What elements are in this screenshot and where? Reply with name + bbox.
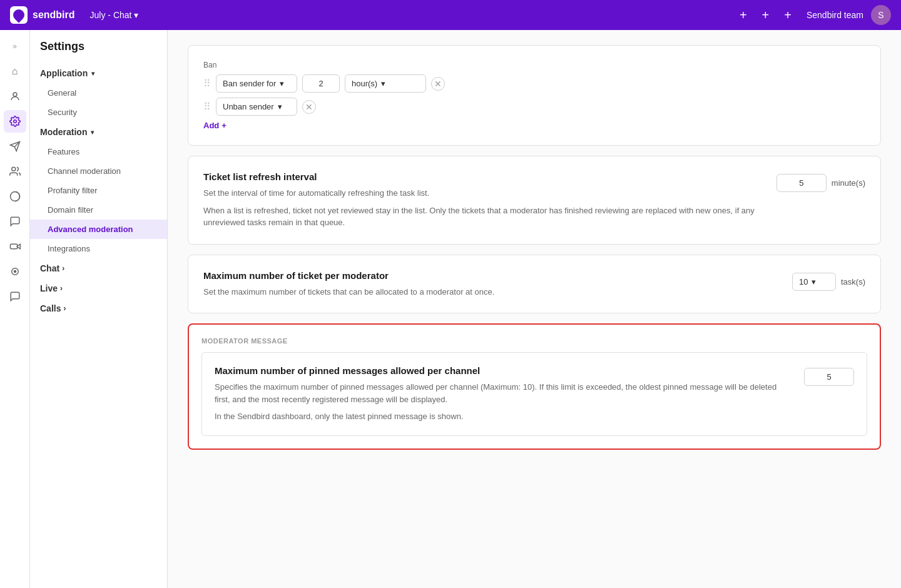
main-content: Ban ⠿ Ban sender for ▾ hour(s) ▾ ✕ ⠿ <box>168 30 901 588</box>
ban-unit-dropdown[interactable]: hour(s) ▾ <box>345 74 426 93</box>
drag-handle-1[interactable]: ⠿ <box>203 78 211 89</box>
nav-item-features[interactable]: Features <box>30 142 167 161</box>
logo-bird-shape <box>11 7 26 23</box>
pinned-messages-card-inner: Maximum number of pinned messages allowe… <box>201 352 867 436</box>
ban-action-dropdown[interactable]: Ban sender for ▾ <box>216 74 297 93</box>
max-tickets-dropdown[interactable]: 10 ▾ <box>792 273 836 291</box>
ban-card: Ban ⠿ Ban sender for ▾ hour(s) ▾ ✕ ⠿ <box>188 45 881 146</box>
add-button-2[interactable]: + <box>757 6 775 25</box>
user-avatar[interactable]: S <box>871 5 891 25</box>
ban-row-2-remove[interactable]: ✕ <box>302 100 316 114</box>
chat-chevron: › <box>62 264 64 273</box>
add-label: Add <box>203 121 219 130</box>
nav-group-application[interactable]: Application ▾ <box>30 63 167 83</box>
max-tickets-unit: task(s) <box>841 277 865 286</box>
ban-unit-chevron: ▾ <box>381 79 385 88</box>
sidebar-expand-button[interactable]: » <box>4 35 26 58</box>
sidebar-icon-chat[interactable] <box>4 210 26 233</box>
chat-label: Chat <box>40 263 59 273</box>
sidebar-icon-pin[interactable] <box>4 260 26 283</box>
sidebar-icon-settings[interactable] <box>4 110 26 133</box>
unban-action-dropdown[interactable]: Unban sender ▾ <box>216 98 297 116</box>
nav-item-security[interactable]: Security <box>30 103 167 122</box>
app-selector[interactable]: July - Chat ▾ <box>85 8 144 23</box>
logo: sendbird <box>10 6 75 24</box>
pinned-messages-input[interactable] <box>804 368 854 386</box>
sidebar-icon-send[interactable] <box>4 135 26 158</box>
application-chevron: ▾ <box>91 70 94 77</box>
ticket-refresh-desc2: When a list is refreshed, ticket not yet… <box>203 205 761 229</box>
nav-live[interactable]: Live › <box>30 278 167 298</box>
pinned-messages-info: Maximum number of pinned messages allowe… <box>215 365 789 423</box>
svg-point-4 <box>11 167 15 171</box>
sidebar-icon-analytics[interactable] <box>4 185 26 208</box>
pinned-messages-title: Maximum number of pinned messages allowe… <box>215 365 789 376</box>
sidebar-icon-home[interactable]: ⌂ <box>4 60 26 83</box>
app-name: July - Chat <box>90 10 132 20</box>
max-tickets-control: 10 ▾ task(s) <box>792 273 865 291</box>
nav-item-domain-filter[interactable]: Domain filter <box>30 200 167 220</box>
unban-action-chevron: ▾ <box>278 102 282 111</box>
nav-item-general[interactable]: General <box>30 83 167 103</box>
max-tickets-card: Maximum number of ticket per moderator S… <box>188 255 881 314</box>
pinned-messages-row: Maximum number of pinned messages allowe… <box>215 365 854 423</box>
logo-text: sendbird <box>33 9 75 21</box>
ticket-refresh-card: Ticket list refresh interval Set the int… <box>188 156 881 245</box>
moderator-message-section-label: Moderator message <box>201 337 867 345</box>
nav-actions: + + + Sendbird team S <box>735 5 891 25</box>
application-label: Application <box>40 68 88 78</box>
ticket-refresh-desc1: Set the interval of time for automatical… <box>203 187 761 200</box>
moderator-message-card: Moderator message Maximum number of pinn… <box>188 323 881 450</box>
logo-icon <box>10 6 28 24</box>
unban-action-label: Unban sender <box>223 102 274 111</box>
nav-item-profanity-filter[interactable]: Profanity filter <box>30 181 167 200</box>
svg-point-9 <box>14 271 16 273</box>
ticket-refresh-control: minute(s) <box>776 174 865 192</box>
ban-duration-input[interactable] <box>302 74 340 93</box>
nav-chat[interactable]: Chat › <box>30 258 167 278</box>
nav-item-channel-moderation[interactable]: Channel moderation <box>30 161 167 181</box>
svg-point-0 <box>13 93 17 96</box>
live-chevron: › <box>60 284 63 293</box>
add-button-3[interactable]: + <box>779 6 797 25</box>
pinned-messages-desc1: Specifies the maximum number of pinned m… <box>215 381 789 405</box>
settings-title: Settings <box>30 40 167 63</box>
ticket-refresh-input[interactable] <box>776 174 827 192</box>
pinned-messages-control <box>804 368 854 386</box>
moderation-chevron: ▾ <box>91 129 94 136</box>
ban-row-2: ⠿ Unban sender ▾ ✕ <box>203 98 865 116</box>
ticket-refresh-row: Ticket list refresh interval Set the int… <box>203 171 865 229</box>
add-action-button[interactable]: Add + <box>203 121 865 130</box>
nav-group-moderation[interactable]: Moderation ▾ <box>30 122 167 142</box>
ticket-refresh-title: Ticket list refresh interval <box>203 171 761 182</box>
nav-calls[interactable]: Calls › <box>30 298 167 318</box>
svg-point-1 <box>13 120 16 123</box>
avatar-initial: S <box>878 10 883 20</box>
moderation-label: Moderation <box>40 127 87 137</box>
ban-label: Ban <box>203 61 865 69</box>
add-button-1[interactable]: + <box>735 6 752 25</box>
live-label: Live <box>40 283 58 293</box>
max-tickets-title: Maximum number of ticket per moderator <box>203 270 777 281</box>
max-tickets-row: Maximum number of ticket per moderator S… <box>203 270 865 298</box>
app-selector-chevron: ▾ <box>134 10 138 20</box>
ban-unit-label: hour(s) <box>352 79 377 88</box>
max-tickets-value: 10 <box>799 277 808 286</box>
sidebar-icon-users[interactable] <box>4 85 26 108</box>
pinned-messages-desc2: In the Sendbird dashboard, only the late… <box>215 410 789 423</box>
icon-sidebar: » ⌂ <box>0 30 30 588</box>
sidebar-icon-support[interactable] <box>4 160 26 183</box>
team-name: Sendbird team <box>807 10 863 20</box>
max-tickets-chevron: ▾ <box>812 277 816 286</box>
ticket-refresh-info: Ticket list refresh interval Set the int… <box>203 171 761 229</box>
nav-item-advanced-moderation[interactable]: Advanced moderation <box>30 220 167 239</box>
add-icon: + <box>221 121 227 130</box>
ban-row-1-remove[interactable]: ✕ <box>431 77 445 91</box>
ban-action-label: Ban sender for <box>223 79 276 88</box>
drag-handle-2[interactable]: ⠿ <box>203 101 211 113</box>
nav-item-integrations[interactable]: Integrations <box>30 239 167 258</box>
sidebar-icon-video[interactable] <box>4 235 26 258</box>
sidebar-icon-help[interactable] <box>4 285 26 308</box>
max-tickets-desc: Set the maximum number of tickets that c… <box>203 286 777 298</box>
ban-action-chevron: ▾ <box>280 79 284 88</box>
